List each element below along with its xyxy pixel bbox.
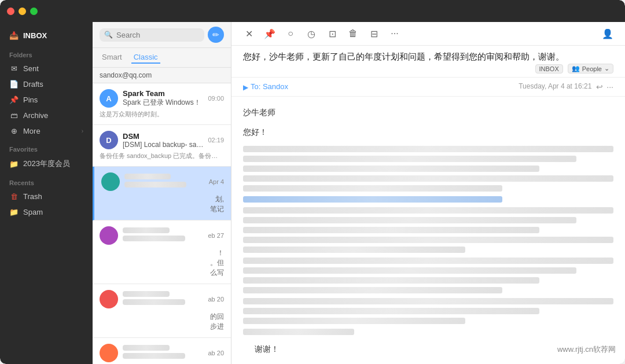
sidebar-item-more[interactable]: ⊕ More › [0, 123, 93, 139]
tab-bar: Smart Classic [93, 48, 231, 68]
search-input[interactable] [116, 31, 200, 39]
recents-section-title: Recents [0, 172, 93, 189]
sidebar-item-drafts[interactable]: 📄 Drafts [0, 76, 93, 92]
email-body: 沙牛老师 您好！ [231, 97, 625, 364]
sidebar-item-spam-label: Spam [23, 208, 83, 216]
email-meta [123, 227, 201, 244]
email-item-feb20a[interactable]: ab 20 的回步进 [93, 284, 231, 338]
email-sender-name: DSM [123, 132, 203, 141]
greeting-name: 沙牛老师 [243, 106, 613, 119]
sidebar-item-2023[interactable]: 📁 2023年度会员 [0, 155, 93, 172]
email-subject-text: 您好，沙牛老师，更新了自己的年度计划和问题，希望得到您的审阅和帮助，谢谢。 [243, 52, 564, 61]
email-sender-name: Spark Team [123, 89, 203, 98]
message-to[interactable]: To: Sandox [251, 82, 519, 91]
email-list-panel: 🔍 ✏ Smart Classic sandox@qq.com A Spark … [93, 22, 231, 364]
greeting-text: 您好！ [243, 126, 613, 138]
avatar [100, 344, 118, 362]
search-icon: 🔍 [104, 31, 113, 39]
folders-section-title: Folders [0, 45, 93, 61]
email-preview-snippet: ！。但么写 [100, 248, 224, 278]
tab-classic[interactable]: Classic [131, 52, 160, 64]
people-badge[interactable]: 👥 People ⌄ [568, 64, 613, 73]
email-item-feb20b[interactable]: ab 20 了，的时 [93, 338, 231, 364]
blurred-content-2 [243, 207, 613, 253]
sent-icon: ✉ [9, 64, 19, 73]
sidebar-item-more-label: More [23, 127, 77, 135]
email-meta [124, 174, 202, 190]
email-time: ab 20 [208, 350, 224, 356]
sidebar-item-trash[interactable]: 🗑 Trash [0, 189, 93, 204]
folder-icon: 📁 [9, 160, 19, 168]
favorites-section-title: Favorites [0, 139, 93, 155]
watermark: www.rjtj.cn软荐网 [557, 344, 616, 355]
app-window: 📥 INBOX Folders ✉ Sent 📄 Drafts 📌 Pins 🗃… [0, 0, 625, 364]
sidebar-item-drafts-label: Drafts [23, 80, 83, 89]
more-actions-button[interactable]: ··· [606, 82, 613, 91]
pin-button[interactable]: 📌 [262, 25, 278, 42]
sidebar-inbox[interactable]: 📥 INBOX [0, 27, 93, 45]
email-item-dsm[interactable]: D DSM [DSM] Local backup- sandox_b... 02… [93, 125, 231, 167]
maximize-button[interactable] [30, 8, 38, 15]
chevron-right-icon: › [82, 128, 83, 134]
sidebar-item-pins-label: Pins [23, 95, 83, 104]
titlebar [0, 0, 625, 22]
email-time: eb 27 [208, 232, 224, 239]
email-meta [123, 291, 201, 308]
email-item-spark-team[interactable]: A Spark Team Spark 已登录 Windows！ 09:00 这是… [93, 83, 231, 125]
delete-button[interactable]: 🗑 [345, 25, 361, 42]
sidebar-item-archive[interactable]: 🗃 Archive [0, 108, 93, 123]
tab-smart[interactable]: Smart [100, 52, 124, 64]
message-actions: ↩ ··· [596, 82, 613, 91]
search-box[interactable]: 🔍 [100, 28, 204, 42]
email-time: 02:19 [208, 137, 224, 144]
blurred-content-3 [243, 258, 613, 293]
snooze-button[interactable]: ◷ [303, 25, 319, 42]
calendar-button[interactable]: ⊡ [324, 25, 340, 42]
sidebar: 📥 INBOX Folders ✉ Sent 📄 Drafts 📌 Pins 🗃… [0, 22, 93, 364]
trash-icon: 🗑 [9, 192, 19, 201]
sidebar-item-sent[interactable]: ✉ Sent [0, 61, 93, 76]
email-toolbar: ✕ 📌 ○ ◷ ⊡ 🗑 ⊟ ··· 👤 [231, 22, 625, 46]
compose-button[interactable]: ✏ [208, 27, 224, 43]
circle-button[interactable]: ○ [282, 25, 299, 42]
inbox-badge: INBOX [535, 64, 563, 73]
sender-filter[interactable]: sandox@qq.com [93, 68, 231, 83]
email-meta: Spark Team Spark 已登录 Windows！ [123, 89, 203, 108]
minimize-button[interactable] [19, 8, 26, 15]
expand-icon: ▶ [243, 83, 248, 91]
drafts-icon: 📄 [9, 80, 19, 89]
chevron-down-icon: ⌄ [604, 65, 609, 72]
pins-icon: 📌 [9, 95, 19, 104]
reply-button[interactable]: ↩ [596, 82, 603, 91]
sidebar-item-spam[interactable]: 📁 Spam [0, 204, 93, 220]
blurred-content-1 [243, 146, 613, 192]
more-icon: ⊕ [9, 127, 19, 135]
inbox-badge-label: INBOX [539, 65, 559, 72]
avatar [100, 226, 118, 245]
avatar: A [100, 89, 118, 108]
avatar [100, 290, 118, 308]
email-time: 09:00 [208, 95, 224, 102]
email-list-header: 🔍 ✏ [93, 22, 231, 48]
close-button[interactable]: ✕ [241, 25, 257, 42]
message-header: ▶ To: Sandox Tuesday, Apr 4 at 16:21 ↩ ·… [231, 78, 625, 97]
email-meta [123, 345, 201, 362]
sidebar-item-pins[interactable]: 📌 Pins [0, 92, 93, 108]
avatar: D [100, 131, 118, 149]
sidebar-item-archive-label: Archive [23, 111, 83, 120]
folder-button[interactable]: ⊟ [366, 25, 382, 42]
message-date: Tuesday, Apr 4 at 16:21 [519, 82, 591, 90]
user-icon[interactable]: 👤 [600, 25, 616, 42]
sidebar-item-2023-label: 2023年度会员 [23, 159, 83, 169]
email-item-apr4[interactable]: Apr 4 划,笔记 [93, 167, 231, 220]
email-meta: DSM [DSM] Local backup- sandox_b... [123, 132, 203, 149]
avatar [101, 172, 120, 191]
inbox-icon: 📥 [9, 31, 19, 40]
close-button[interactable] [7, 8, 14, 15]
blurred-link-content [243, 196, 613, 203]
email-preview: 这是万众期待的时刻。 [100, 110, 224, 119]
email-preview: 备份任务 sandox_backup 已完成。备份任务：sandox_backu… [100, 152, 224, 160]
more-options-button[interactable]: ··· [387, 25, 403, 42]
email-item-feb27[interactable]: eb 27 ！。但么写 [93, 220, 231, 284]
email-reading-pane: ✕ 📌 ○ ◷ ⊡ 🗑 ⊟ ··· 👤 您好，沙牛老师，更新了自己的年度计划和问… [231, 22, 625, 364]
